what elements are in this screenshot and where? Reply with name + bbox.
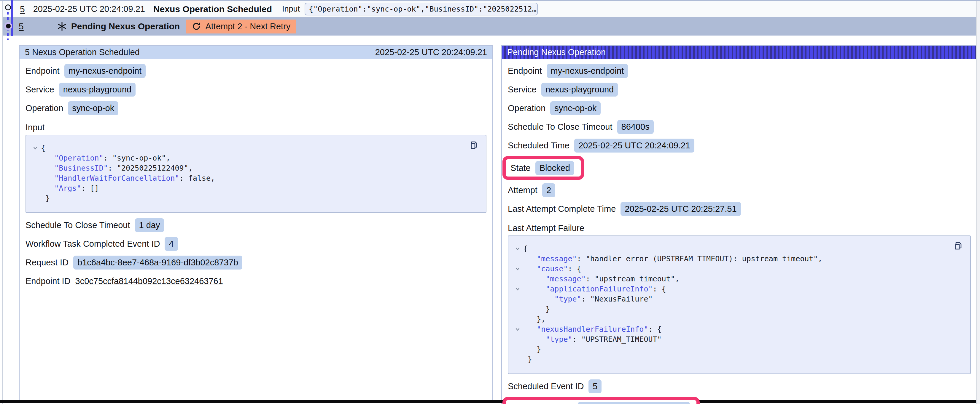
event-id-link[interactable]: 5	[20, 4, 25, 14]
json-line: "Args": []	[30, 183, 480, 193]
gutter	[512, 344, 523, 355]
collapse-toggle[interactable]	[512, 324, 523, 334]
circle-outline-icon	[5, 5, 11, 10]
gutter	[512, 274, 523, 284]
field-row-endpoint: Endpointmy-nexus-endpoint	[25, 62, 487, 80]
chevron-down-icon	[514, 266, 521, 272]
json-line: "message": "upstream timeout",	[512, 274, 964, 284]
pending-panel-header: Pending Nexus Operation	[502, 46, 977, 59]
input-preview-chip: {"Operation":"sync-op-ok","BusinessID":"…	[305, 3, 538, 16]
gutter	[30, 183, 41, 193]
field-row-endpoint-id: Endpoint ID3c0c75ccfa8144b092c13ce632463…	[25, 272, 487, 291]
field-value-operation-chip: sync-op-ok	[68, 101, 118, 115]
json-line-text: "applicationFailureInfo": {	[523, 284, 666, 294]
json-line-text: }	[523, 355, 532, 364]
chevron-down-icon	[514, 246, 521, 252]
field-row-service: Servicenexus-playground	[508, 80, 971, 99]
json-line-text: }	[523, 344, 541, 355]
gutter	[512, 314, 523, 324]
json-line-text: }	[523, 304, 550, 314]
json-line: "Operation": "sync-op-ok",	[30, 153, 480, 163]
json-line-text: {	[41, 143, 45, 153]
field-value-last-attempt-complete-time-chip: 2025-02-25 UTC 20:25:27.51	[620, 202, 741, 216]
field-row-request-id: Request IDb1c6a4bc-8ee7-468a-9169-df3b02…	[25, 253, 487, 272]
field-value-endpoint-id-link[interactable]: 3c0c75ccfa8144b092c13ce632463761	[75, 276, 223, 286]
json-line: }	[512, 355, 964, 364]
json-line: "cause": {	[512, 264, 964, 274]
json-line: }	[512, 304, 964, 314]
copy-button[interactable]	[468, 140, 480, 152]
json-line-text: "message": "upstream timeout",	[523, 274, 679, 284]
field-row-last-attempt-complete-time: Last Attempt Complete Time2025-02-25 UTC…	[508, 200, 971, 218]
field-row-schedule-to-close-timeout: Schedule To Close Timeout86400s	[508, 117, 971, 136]
scheduled-event-detail-panel: 5 Nexus Operation Scheduled 2025-02-25 U…	[19, 45, 493, 401]
attempt-retry-badge-label: Attempt 2 · Next Retry	[205, 22, 290, 32]
field-row-endpoint: Endpointmy-nexus-endpoint	[508, 62, 971, 80]
field-row-workflow-task-completed-event-id: Workflow Task Completed Event ID4	[25, 234, 487, 253]
field-label-attempt: Attempt	[508, 185, 538, 195]
timeline-active-bar	[11, 0, 13, 36]
bottom-edge-bar	[0, 400, 980, 403]
json-line: "applicationFailureInfo": {	[512, 284, 964, 294]
json-line: },	[512, 314, 964, 324]
field-value-operation-chip: sync-op-ok	[550, 101, 601, 115]
json-line-text: {	[523, 244, 528, 254]
json-line: "BusinessID": "20250225122409",	[30, 163, 480, 173]
field-label-last-attempt-complete-time: Last Attempt Complete Time	[508, 204, 616, 214]
gutter	[30, 173, 41, 183]
gutter	[512, 355, 523, 364]
field-label-service: Service	[508, 85, 536, 95]
field-row-scheduled-time: Scheduled Time2025-02-25 UTC 20:24:09.21	[508, 136, 971, 155]
json-line: }	[30, 193, 480, 203]
json-line-text: "BusinessID": "20250225122409",	[41, 163, 193, 173]
field-value-scheduled-event-id-chip: 5	[589, 379, 601, 393]
field-label-operation: Operation	[508, 103, 546, 113]
field-label-schedule-to-close-timeout: Schedule To Close Timeout	[25, 220, 130, 230]
collapse-toggle[interactable]	[512, 244, 523, 254]
field-value-service-chip: nexus-playground	[541, 82, 618, 97]
gutter	[512, 334, 523, 344]
field-label-operation: Operation	[25, 103, 63, 113]
json-line-text: }	[41, 193, 50, 203]
event-row-pending-nexus-operation[interactable]: 5 Pending Nexus Operation Attempt 2 · Ne…	[3, 17, 978, 36]
retry-arrow-icon	[192, 22, 201, 31]
json-line-text: "cause": {	[523, 264, 581, 274]
json-line-text: },	[523, 314, 546, 324]
collapse-toggle[interactable]	[512, 264, 523, 274]
collapse-toggle[interactable]	[30, 143, 41, 153]
chevron-down-icon	[514, 286, 521, 292]
gutter	[30, 193, 41, 203]
field-row-service: Servicenexus-playground	[25, 80, 487, 99]
left-edge-border	[2, 1, 3, 404]
input-label: Input	[282, 5, 300, 14]
attempt-retry-badge: Attempt 2 · Next Retry	[186, 19, 296, 33]
field-label-service: Service	[25, 85, 54, 95]
json-line-text: "HandlerWaitForCancellation": false,	[41, 173, 215, 183]
field-value-scheduled-time-chip: 2025-02-25 UTC 20:24:09.21	[574, 139, 694, 152]
json-line: "type": "NexusFailure"	[512, 294, 964, 304]
json-line-text: "nexusHandlerFailureInfo": {	[523, 324, 662, 334]
timeline-rail	[0, 0, 17, 59]
pending-operation-panel: Pending Nexus Operation Endpointmy-nexus…	[501, 45, 977, 404]
failure-json-viewer: { "message": "handler error (UPSTREAM_TI…	[508, 236, 971, 374]
field-value-endpoint-chip: my-nexus-endpoint	[64, 64, 146, 78]
field-value-endpoint-chip: my-nexus-endpoint	[547, 64, 628, 78]
field-label-request-id: Request ID	[25, 258, 68, 268]
event-row-nexus-operation-scheduled[interactable]: 5 2025-02-25 UTC 20:24:09.21 Nexus Opera…	[3, 1, 978, 17]
gutter	[512, 294, 523, 304]
panel-header-timestamp: 2025-02-25 UTC 20:24:09.21	[375, 48, 487, 57]
input-section-label: Input	[25, 117, 487, 133]
field-row-operation: Operationsync-op-ok	[508, 99, 971, 117]
field-value-request-id-chip: b1c6a4bc-8ee7-468a-9169-df3b02c8737b	[73, 256, 242, 269]
chevron-down-icon	[32, 145, 38, 151]
collapse-toggle[interactable]	[512, 284, 523, 294]
field-row-blocked-reason: Blocked ReasonThe circuit breaker is ope…	[511, 400, 690, 404]
json-line-text: "type": "NexusFailure"	[523, 294, 653, 304]
last-attempt-failure-label: Last Attempt Failure	[508, 218, 971, 234]
input-json-viewer: { "Operation": "sync-op-ok", "BusinessID…	[25, 135, 487, 213]
event-id-link[interactable]: 5	[19, 21, 24, 32]
field-row-state: StateBlocked	[511, 159, 574, 176]
field-label-endpoint: Endpoint	[25, 66, 60, 76]
copy-button[interactable]	[952, 241, 964, 253]
scrollbar[interactable]	[976, 1, 980, 404]
